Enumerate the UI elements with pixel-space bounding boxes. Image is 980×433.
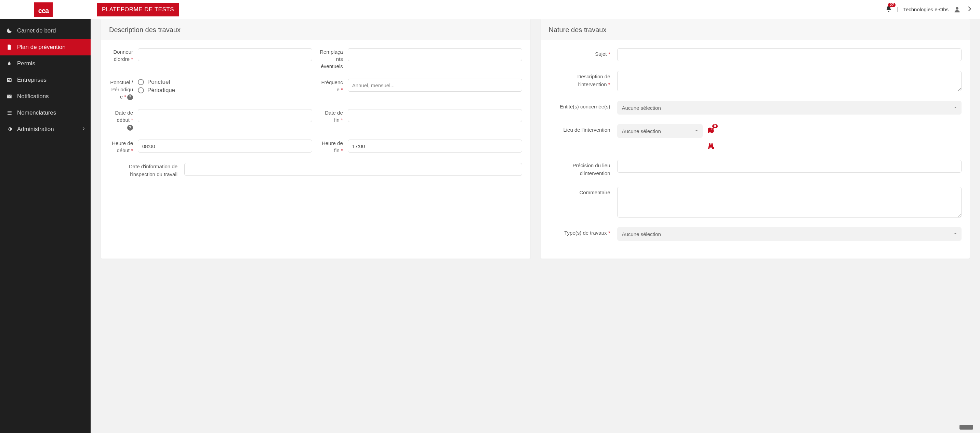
desc-intervention-textarea[interactable] [617,71,962,91]
heure-debut-label: Heure de début * [109,140,133,154]
mail-icon [6,93,12,100]
select-value: Aucune sélection [622,128,661,134]
svg-rect-5 [10,80,11,81]
types-travaux-select[interactable]: Aucune sélection [617,227,962,241]
frequence-label: Fréquence * [319,79,343,100]
date-info-inspection-input[interactable] [184,163,522,176]
topbar-right: 27 | Technologies e-Obs [885,5,973,14]
precision-lieu-label: Précision du lieu d'intervention [549,160,610,177]
row-desc-intervention: Description de l'intervention * [549,71,962,91]
caret-down-icon [694,128,698,134]
map-badge: 0 [712,124,718,128]
svg-point-13 [711,147,714,149]
sidebar-item-label: Nomenclatures [17,110,56,116]
sidebar-item-administration[interactable]: Administration [0,121,91,137]
svg-rect-6 [7,111,8,112]
ponctuel-periodique-label: Ponctuel / Périodique *? [109,79,133,100]
lieu-select[interactable]: Aucune sélection [617,124,703,138]
card-title: Nature des travaux [541,19,970,40]
row-ponctuel-frequence: Ponctuel / Périodique *? Ponctuel Périod… [109,79,522,100]
chevron-right-icon [81,126,86,133]
date-fin-input[interactable] [348,109,522,122]
row-heures: Heure de début * Heure de fin * [109,140,522,154]
sidebar: Carnet de bord Plan de prévention Permis… [0,19,91,433]
required-mark: * [608,81,610,87]
svg-point-1 [9,30,10,32]
cards-row: Description des travaux Donneur d'ordre … [101,19,970,259]
help-icon[interactable]: ? [127,94,133,100]
gauge-icon [6,28,12,34]
select-value: Aucune sélection [622,231,661,237]
required-mark: * [608,51,610,57]
map-marker-button[interactable]: 0 [707,126,715,134]
remplacants-label: Remplaçants éventuels [319,48,343,70]
svg-rect-11 [8,114,12,115]
required-mark: * [131,117,133,123]
precision-lieu-input[interactable] [617,160,962,173]
heure-debut-input[interactable] [138,140,312,153]
entites-label: Entité(s) concernée(s) [549,101,610,111]
lieu-icons: 0 [707,124,715,150]
heure-fin-input[interactable] [348,140,522,153]
commentaire-textarea[interactable] [617,187,962,218]
required-mark: * [124,94,126,100]
heure-fin-label: Heure de fin * [319,140,343,154]
fire-icon [6,60,12,67]
remplacants-input[interactable] [348,48,522,61]
frequence-input[interactable] [348,79,522,92]
card-nature-travaux: Nature des travaux Sujet * Description d… [541,19,970,259]
chevron-right-icon [966,5,973,13]
sidebar-item-label: Plan de prévention [17,44,66,51]
sidebar-item-label: Notifications [17,93,49,100]
logo[interactable]: cea [34,2,52,17]
sidebar-item-notifications[interactable]: Notifications [0,88,91,105]
sidebar-item-nomenclatures[interactable]: Nomenclatures [0,105,91,121]
lieu-label: Lieu de l'intervention [549,124,610,134]
donneur-ordre-label: Donneur d'ordre * [109,48,133,70]
radio-ponctuel-input[interactable] [138,79,144,85]
help-icon[interactable]: ? [127,125,133,131]
notifications-count-badge: 27 [888,3,896,7]
svg-rect-9 [8,113,12,113]
scrollbar-handle[interactable] [959,425,973,430]
main: Description des travaux Donneur d'ordre … [91,0,980,269]
sidebar-item-entreprises[interactable]: Entreprises [0,72,91,88]
donneur-ordre-input[interactable] [138,48,312,61]
row-dates: Date de début * ? Date de fin * [109,109,522,131]
svg-rect-10 [7,114,8,115]
id-card-icon [6,77,12,83]
row-commentaire: Commentaire [549,187,962,218]
card-body: Sujet * Description de l'intervention * … [541,40,970,259]
radio-ponctuel[interactable]: Ponctuel [138,79,312,86]
radio-periodique-input[interactable] [138,87,144,93]
sidebar-item-label: Entreprises [17,76,46,83]
platform-banner: PLATEFORME DE TESTS [97,3,179,16]
radio-periodique[interactable]: Périodique [138,87,312,94]
avatar-icon [953,6,961,13]
username-label[interactable]: Technologies e-Obs [903,6,948,12]
caret-down-icon [953,105,958,111]
sidebar-item-label: Carnet de bord [17,27,56,34]
row-types-travaux: Type(s) de travaux * Aucune sélection [549,227,962,241]
types-travaux-label: Type(s) de travaux * [549,227,610,237]
sidebar-item-plan-prevention[interactable]: Plan de prévention [0,39,91,56]
required-mark: * [341,86,343,92]
date-debut-input[interactable] [138,109,312,122]
road-info-button[interactable] [707,142,715,150]
entites-select[interactable]: Aucune sélection [617,101,962,115]
expand-button[interactable] [966,5,973,14]
required-mark: * [131,147,133,153]
notifications-bell[interactable]: 27 [885,5,892,14]
caret-down-icon [953,231,958,237]
sidebar-item-label: Administration [17,126,54,133]
sidebar-item-permis[interactable]: Permis [0,56,91,72]
sujet-label: Sujet * [549,48,610,58]
svg-rect-4 [10,80,11,80]
sujet-input[interactable] [617,48,962,61]
document-icon [6,44,12,50]
required-mark: * [341,147,343,153]
svg-point-3 [8,80,9,80]
date-fin-label: Date de fin * [319,109,343,131]
svg-rect-8 [7,113,8,113]
sidebar-item-carnet[interactable]: Carnet de bord [0,22,91,39]
